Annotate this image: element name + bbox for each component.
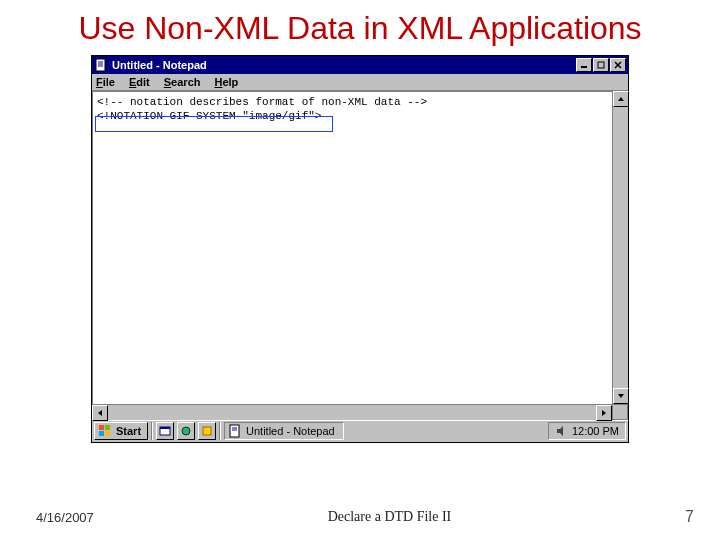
window-title: Untitled - Notepad	[112, 59, 575, 71]
start-label: Start	[116, 425, 141, 437]
svg-marker-11	[602, 410, 606, 416]
svg-marker-9	[618, 394, 624, 398]
svg-rect-15	[105, 431, 110, 436]
titlebar[interactable]: Untitled - Notepad	[92, 56, 628, 74]
editor-line: <!NOTATION GIF SYSTEM "image/gif">	[97, 109, 608, 123]
scroll-right-button[interactable]	[596, 405, 612, 421]
slide-title: Use Non-XML Data in XML Applications	[60, 10, 660, 47]
svg-rect-20	[230, 425, 239, 437]
svg-rect-19	[203, 427, 211, 435]
svg-rect-5	[598, 62, 604, 68]
clock: 12:00 PM	[572, 425, 619, 437]
svg-marker-23	[557, 426, 563, 436]
svg-rect-14	[99, 431, 104, 436]
svg-rect-13	[105, 425, 110, 430]
quicklaunch-icon[interactable]	[177, 422, 195, 440]
system-tray[interactable]: 12:00 PM	[548, 422, 626, 440]
svg-marker-8	[618, 97, 624, 101]
task-label: Untitled - Notepad	[246, 425, 335, 437]
scroll-corner	[612, 404, 628, 420]
close-button[interactable]	[610, 58, 626, 72]
footer-title: Declare a DTD File II	[94, 509, 685, 525]
horizontal-scrollbar[interactable]	[92, 404, 612, 420]
taskbar: Start Untitled - Notepad 12:00 PM	[92, 420, 628, 442]
svg-rect-0	[96, 59, 105, 71]
taskbar-divider	[151, 422, 153, 440]
slide-footer: 4/16/2007 Declare a DTD File II 7	[0, 508, 720, 526]
menubar: File Edit Search Help	[92, 74, 628, 91]
scroll-track[interactable]	[108, 405, 596, 420]
svg-point-18	[182, 427, 190, 435]
quicklaunch-icon[interactable]	[156, 422, 174, 440]
taskbar-task-button[interactable]: Untitled - Notepad	[224, 422, 344, 440]
taskbar-divider	[219, 422, 221, 440]
editor-area[interactable]: <!-- notation describes format of non-XM…	[92, 91, 612, 404]
maximize-button[interactable]	[593, 58, 609, 72]
scroll-left-button[interactable]	[92, 405, 108, 421]
start-button[interactable]: Start	[94, 422, 148, 440]
menu-help[interactable]: Help	[214, 76, 238, 88]
minimize-button[interactable]	[576, 58, 592, 72]
footer-page-number: 7	[685, 508, 694, 526]
scroll-track[interactable]	[613, 107, 628, 388]
svg-rect-12	[99, 425, 104, 430]
scroll-down-button[interactable]	[613, 388, 629, 404]
svg-rect-17	[160, 427, 170, 429]
windows-logo-icon	[98, 424, 112, 438]
menu-file[interactable]: File	[96, 76, 115, 88]
volume-icon[interactable]	[555, 425, 567, 437]
notepad-icon	[228, 424, 242, 438]
editor-line: <!-- notation describes format of non-XM…	[97, 95, 608, 109]
notepad-window: Untitled - Notepad File Edit Search Help…	[91, 55, 629, 443]
notepad-icon	[94, 58, 108, 72]
menu-edit[interactable]: Edit	[129, 76, 150, 88]
vertical-scrollbar[interactable]	[612, 91, 628, 404]
menu-search[interactable]: Search	[164, 76, 201, 88]
svg-marker-10	[98, 410, 102, 416]
footer-date: 4/16/2007	[36, 510, 94, 525]
scroll-up-button[interactable]	[613, 91, 629, 107]
quicklaunch-icon[interactable]	[198, 422, 216, 440]
